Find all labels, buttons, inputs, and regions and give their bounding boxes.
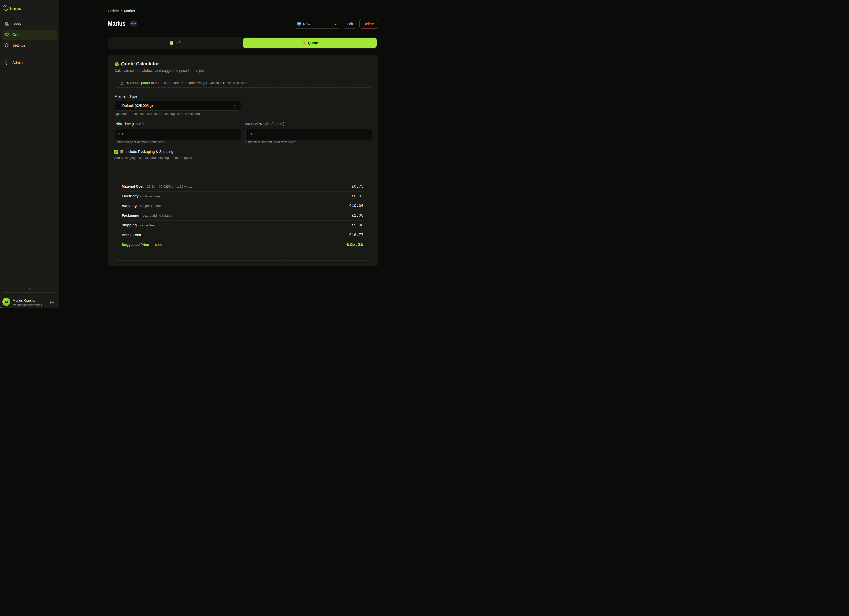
svg-text:$: $ — [116, 63, 118, 66]
svg-text:$: $ — [303, 42, 304, 45]
svg-text:NEW: NEW — [298, 23, 301, 25]
